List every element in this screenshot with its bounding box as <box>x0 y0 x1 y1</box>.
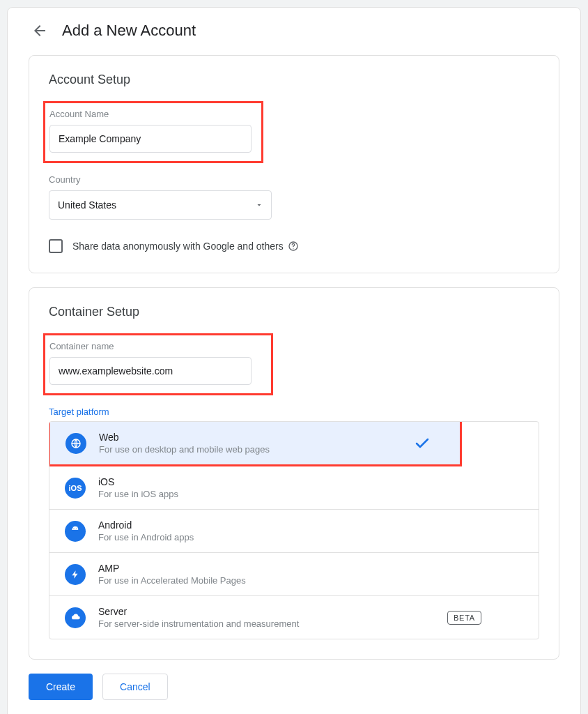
platform-row-android[interactable]: Android For use in Android apps <box>49 510 539 553</box>
share-data-checkbox[interactable] <box>49 239 63 253</box>
help-icon[interactable] <box>288 241 299 252</box>
target-platform-label: Target platform <box>49 407 539 417</box>
svg-point-1 <box>293 248 293 249</box>
globe-icon <box>65 433 86 454</box>
container-name-label: Container name <box>49 341 252 351</box>
account-name-input[interactable] <box>49 125 252 153</box>
create-button[interactable]: Create <box>29 674 93 700</box>
back-arrow-icon[interactable] <box>31 22 48 39</box>
account-setup-title: Account Setup <box>49 73 539 87</box>
main-panel: Add a New Account Account Setup Account … <box>7 7 581 714</box>
svg-point-4 <box>76 528 77 529</box>
platform-row-amp[interactable]: AMP For use in Accelerated Mobile Pages <box>49 553 539 596</box>
amp-icon <box>65 564 86 585</box>
ios-icon: iOS <box>65 478 86 499</box>
country-value[interactable] <box>49 190 272 220</box>
container-setup-title: Container Setup <box>49 305 539 319</box>
android-icon <box>65 521 86 542</box>
platform-row-server[interactable]: Server For server-side instrumentation a… <box>49 596 539 639</box>
platform-list: Web For use on desktop and mobile web pa… <box>49 421 539 639</box>
country-block: Country <box>49 174 539 220</box>
container-setup-card: Container Setup Container name Target pl… <box>29 287 559 660</box>
container-name-input[interactable] <box>49 357 252 385</box>
page-title: Add a New Account <box>62 22 196 40</box>
platform-text: iOS For use in iOS apps <box>98 476 178 499</box>
platform-text: Android For use in Android apps <box>98 519 194 542</box>
country-label: Country <box>49 174 539 185</box>
platform-text: AMP For use in Accelerated Mobile Pages <box>98 563 246 586</box>
container-name-highlight: Container name <box>43 333 273 395</box>
share-data-row: Share data anonymously with Google and o… <box>49 239 539 253</box>
platform-row-web[interactable]: Web For use on desktop and mobile web pa… <box>50 422 460 464</box>
platform-web-highlight: Web For use on desktop and mobile web pa… <box>49 422 462 466</box>
beta-badge: BETA <box>447 611 481 625</box>
cancel-button[interactable]: Cancel <box>102 674 168 700</box>
share-data-label: Share data anonymously with Google and o… <box>72 241 299 252</box>
platform-row-ios[interactable]: iOS iOS For use in iOS apps <box>49 466 539 510</box>
cloud-icon <box>65 607 86 628</box>
header: Add a New Account <box>29 22 559 40</box>
account-name-highlight: Account Name <box>43 101 263 163</box>
actions-row: Create Cancel <box>29 674 559 700</box>
account-name-label: Account Name <box>49 109 252 119</box>
platform-text: Server For server-side instrumentation a… <box>98 606 299 629</box>
account-setup-card: Account Setup Account Name Country Share… <box>29 55 559 273</box>
platform-text: Web For use on desktop and mobile web pa… <box>99 432 270 455</box>
country-select[interactable] <box>49 190 272 220</box>
svg-point-3 <box>73 528 74 529</box>
check-icon <box>414 435 431 452</box>
